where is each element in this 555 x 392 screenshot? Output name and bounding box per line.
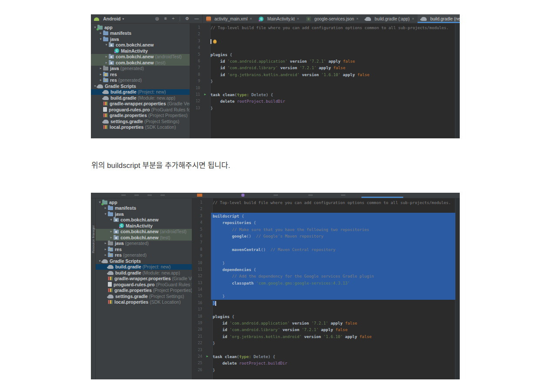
code-line-row[interactable]: 11▶task clean(type: Delete) { xyxy=(190,91,460,98)
code-line-row[interactable]: 1// Top-level build file where you can a… xyxy=(190,24,460,31)
code-line-row[interactable]: 2 xyxy=(190,31,460,37)
tree-item-java[interactable]: ▾java xyxy=(96,211,192,217)
code-line-row[interactable]: 22} xyxy=(192,340,460,346)
code-line-row[interactable]: 6 id 'com.android.application' version '… xyxy=(190,58,460,64)
chevron-icon[interactable]: ▸ xyxy=(103,206,108,210)
code-line-row[interactable]: 7 xyxy=(192,239,460,246)
code-line-row[interactable]: 8 id 'org.jetbrains.kotlin.android' vers… xyxy=(190,71,460,78)
tree-item-build.gradle[interactable]: build.gradle(Project: new) xyxy=(91,89,190,95)
code-line[interactable] xyxy=(209,44,455,51)
code-line-row[interactable]: 1// Top-level build file where you can a… xyxy=(192,199,460,206)
code-line[interactable]: id 'com.android.application' version '7.… xyxy=(209,58,455,64)
tree-item-com.bokchi.anew[interactable]: ▸com.bokchi.anew(test) xyxy=(91,60,190,66)
tree-item-manifests[interactable]: ▸manifests xyxy=(96,205,192,211)
code-line[interactable]: classpath 'com.google.gms:google-service… xyxy=(211,280,455,286)
code-line[interactable] xyxy=(211,253,455,259)
code-line[interactable]: id 'com.android.application' version '7.… xyxy=(211,320,455,326)
code-line[interactable]: delete rootProject.buildDir xyxy=(209,98,455,104)
code-line[interactable]: plugins { xyxy=(209,51,455,58)
code-line[interactable] xyxy=(209,38,455,44)
tree-item-settings.gradle[interactable]: settings.gradle(Project Settings) xyxy=(91,118,190,124)
tree-item-gradle.properties[interactable]: gradle.properties(Project Properties) xyxy=(96,288,192,294)
code-line-row[interactable]: 5plugins { xyxy=(190,51,460,58)
tab-build.gradle-app-[interactable]: build.gradle (:app)× xyxy=(362,14,418,23)
chevron-icon[interactable]: ▾ xyxy=(98,37,103,41)
code-line-row[interactable]: 4 repositories { xyxy=(192,219,460,226)
code-line-row[interactable]: 12 // Add the dependency for the Google … xyxy=(192,273,460,279)
close-icon[interactable]: × xyxy=(356,17,358,21)
tree-item-MainActivity[interactable]: CMainActivity xyxy=(96,223,192,229)
run-gutter-icon[interactable]: ▶ xyxy=(201,91,209,98)
tree-item-local.properties[interactable]: local.properties(SDK Location) xyxy=(91,124,190,131)
tree-item-settings.gradle[interactable]: settings.gradle(Project Settings) xyxy=(96,293,192,299)
tree-item-com.bokchi.anew[interactable]: ▾com.bokchi.anew xyxy=(96,217,192,223)
code-line[interactable]: id 'org.jetbrains.kotlin.android' versio… xyxy=(211,333,455,340)
run-gutter-icon[interactable]: ▶ xyxy=(204,353,211,360)
code-line[interactable]: id 'org.jetbrains.kotlin.android' versio… xyxy=(209,71,455,78)
code-line[interactable] xyxy=(211,239,455,246)
code-line[interactable]: } xyxy=(209,78,455,84)
code-line-row[interactable]: 20 id 'com.android.library' version '7.2… xyxy=(192,326,460,333)
code-line[interactable] xyxy=(211,347,455,353)
tree-item-java[interactable]: ▸java(generated) xyxy=(96,241,192,247)
code-line-row[interactable]: 7 id 'com.android.library' version '7.2.… xyxy=(190,64,460,71)
tree-item-gradle.properties[interactable]: gradle.properties(Project Properties) xyxy=(91,113,190,119)
code-line-row[interactable]: 24▶task clean(type: Delete) { xyxy=(192,353,460,360)
tree-item-gradle-wrapper.properties[interactable]: gradle-wrapper.properties(Gradle Version… xyxy=(91,101,190,107)
tree-item-com.bokchi.anew[interactable]: ▸com.bokchi.anew(test) xyxy=(96,235,192,241)
tree-item-res[interactable]: ▸res xyxy=(96,246,192,252)
code-line[interactable]: } xyxy=(211,340,455,346)
expand-all-icon[interactable]: ÷ xyxy=(172,14,175,23)
tree-item-java[interactable]: ▸java(generated) xyxy=(91,66,190,72)
view-selector[interactable]: Android xyxy=(103,16,120,21)
chevron-icon[interactable]: ▸ xyxy=(104,55,109,58)
code-editor[interactable]: 1// Top-level build file where you can a… xyxy=(190,23,460,138)
code-line-row[interactable]: 5 // Make sure that you have the followi… xyxy=(192,226,460,233)
code-line[interactable]: dependencies { xyxy=(211,266,455,273)
code-line-row[interactable]: 4 xyxy=(190,44,460,51)
collapse-all-icon[interactable]: ≡ xyxy=(164,14,167,23)
hide-icon[interactable]: — xyxy=(194,14,199,23)
chevron-icon[interactable]: ▾ xyxy=(104,43,109,47)
code-line-row[interactable]: 3buildscript { xyxy=(192,213,460,219)
code-line-row[interactable]: 3 xyxy=(190,38,460,44)
code-line-row[interactable]: 10 } xyxy=(192,260,460,266)
code-line[interactable]: task clean(type: Delete) { xyxy=(209,91,455,98)
tree-item-app[interactable]: ▾app xyxy=(91,24,190,30)
code-line[interactable]: // Top-level build file where you can ad… xyxy=(209,24,455,31)
chevron-icon[interactable]: ▸ xyxy=(98,73,103,76)
chevron-icon[interactable]: ▸ xyxy=(103,248,108,251)
chevron-icon[interactable]: ▸ xyxy=(98,67,103,70)
chevron-icon[interactable]: ▸ xyxy=(104,61,109,64)
tree-item-proguard-rules.pro[interactable]: proguard-rules.pro(ProGuard Rules for ne… xyxy=(91,107,190,113)
chevron-down-icon[interactable]: ▾ xyxy=(122,17,124,21)
code-line[interactable]: } xyxy=(211,300,455,306)
tree-item-build.gradle[interactable]: build.gradle(Project: new) xyxy=(96,264,192,270)
code-line-row[interactable]: 10 xyxy=(190,85,460,91)
code-line[interactable]: // Add the dependency for the Google ser… xyxy=(211,273,455,279)
tree-item-proguard-rules.pro[interactable]: proguard-rules.pro(ProGuard Rules for ne… xyxy=(96,281,192,288)
tab-MainActivity.kt[interactable]: CMainActivity.kt× xyxy=(255,14,302,23)
tree-item-build.gradle[interactable]: build.gradle(Module: new.app) xyxy=(96,270,192,276)
tree-item-res[interactable]: ▸res(generated) xyxy=(91,77,190,84)
chevron-icon[interactable]: ▾ xyxy=(109,218,114,221)
code-line[interactable]: } xyxy=(211,260,455,266)
code-line-row[interactable]: 14 xyxy=(192,286,460,293)
code-line-row[interactable]: 9 xyxy=(192,253,460,259)
code-line[interactable]: } xyxy=(209,105,455,111)
editor-lines[interactable]: 1// Top-level build file where you can a… xyxy=(190,24,460,111)
code-line-row[interactable]: 16} xyxy=(192,300,460,306)
code-line[interactable] xyxy=(209,31,455,37)
tree-item-manifests[interactable]: ▸manifests xyxy=(91,30,190,37)
code-line-row[interactable]: 15 } xyxy=(192,293,460,299)
chevron-icon[interactable]: ▸ xyxy=(109,236,114,239)
tree-item-gradle-wrapper.properties[interactable]: gradle-wrapper.properties(Gradle Version… xyxy=(96,276,192,282)
code-line[interactable]: delete rootProject.buildDir xyxy=(211,360,455,366)
code-line[interactable] xyxy=(209,85,455,91)
code-line-row[interactable]: 9} xyxy=(190,78,460,84)
code-line[interactable]: buildscript { xyxy=(211,213,455,219)
tree-item-java[interactable]: ▾java xyxy=(91,36,190,42)
code-line[interactable]: } xyxy=(211,367,455,373)
chevron-icon[interactable]: ▸ xyxy=(98,78,103,82)
code-editor[interactable]: 1// Top-level build file where you can a… xyxy=(192,198,460,379)
